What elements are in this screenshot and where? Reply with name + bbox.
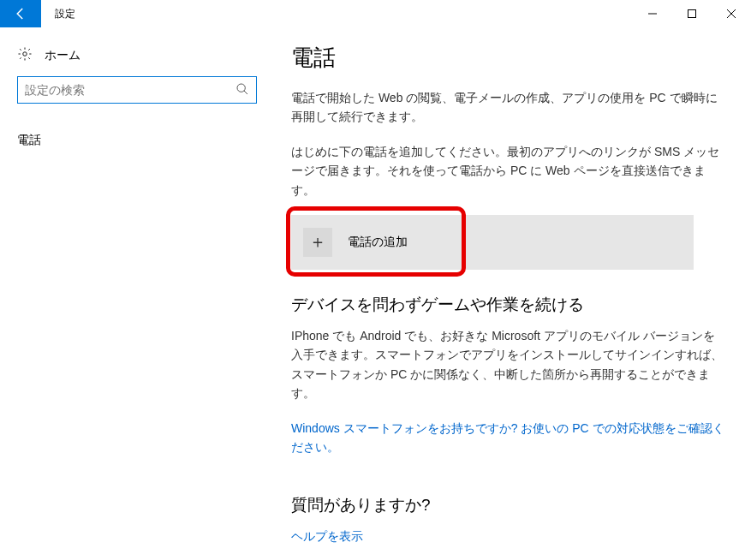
page-title: 電話 [291, 43, 725, 73]
section-help: 質問がありますか? ヘルプを表示 [291, 494, 725, 545]
section-devices-para: IPhone でも Android でも、お好きな Microsoft アプリの… [291, 326, 725, 403]
svg-point-5 [237, 84, 245, 92]
plus-icon: ＋ [303, 228, 332, 257]
gear-icon [17, 46, 33, 64]
add-phone-section: ＋ 電話の追加 [291, 215, 725, 270]
intro-paragraph-1: 電話で開始した Web の閲覧、電子メールの作成、アプリの使用を PC で瞬時に… [291, 88, 725, 127]
window-controls [633, 0, 751, 27]
minimize-icon [648, 9, 657, 18]
svg-line-6 [244, 91, 247, 94]
sidebar-item-phone[interactable]: 電話 [17, 128, 257, 153]
sidebar: ホーム 電話 [0, 27, 274, 560]
close-button[interactable] [712, 0, 751, 27]
search-input[interactable] [25, 83, 235, 97]
svg-point-4 [23, 52, 27, 57]
maximize-icon [688, 9, 696, 18]
maximize-button[interactable] [672, 0, 712, 27]
search-icon [235, 82, 249, 98]
main-content: 電話 電話で開始した Web の閲覧、電子メールの作成、アプリの使用を PC で… [274, 27, 751, 560]
add-phone-button[interactable]: ＋ 電話の追加 [291, 215, 694, 270]
svg-rect-1 [688, 10, 696, 18]
minimize-button[interactable] [633, 0, 672, 27]
arrow-left-icon [13, 6, 28, 21]
search-box[interactable] [17, 76, 257, 104]
window-title: 設定 [55, 7, 633, 21]
windows-phone-link[interactable]: Windows スマートフォンをお持ちですか? お使いの PC での対応状態をご… [291, 419, 725, 457]
help-link[interactable]: ヘルプを表示 [291, 527, 725, 545]
titlebar: 設定 [0, 0, 751, 27]
section-devices: デバイスを問わずゲームや作業を続ける IPhone でも Android でも、… [291, 294, 725, 456]
home-button[interactable]: ホーム [17, 39, 257, 76]
close-icon [727, 9, 736, 18]
intro-paragraph-2: はじめに下の電話を追加してください。最初のアプリへのリンクが SMS メッセージ… [291, 142, 725, 200]
add-phone-label: 電話の追加 [348, 235, 408, 250]
section-devices-heading: デバイスを問わずゲームや作業を続ける [291, 294, 725, 316]
back-button[interactable] [0, 0, 41, 27]
section-help-heading: 質問がありますか? [291, 494, 725, 516]
home-label: ホーム [45, 48, 80, 63]
